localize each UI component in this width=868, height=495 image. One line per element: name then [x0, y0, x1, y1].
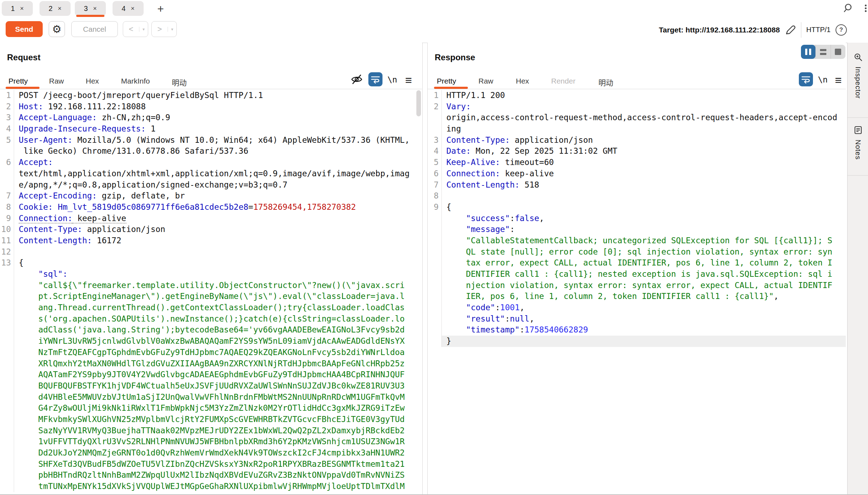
cancel-button[interactable]: Cancel: [71, 21, 118, 37]
code-row[interactable]: "success":false,: [428, 213, 846, 224]
prev-request-button[interactable]: < ▾: [123, 21, 148, 37]
code-row[interactable]: SHFXeTd3QVBudFB5dWZOeTU5VlZIbnZQcHZVSksx…: [0, 459, 422, 470]
code-row[interactable]: "code":1001,: [428, 302, 846, 313]
code-row[interactable]: ang.Thread.currentThread().getContextCla…: [0, 302, 422, 313]
code-row[interactable]: SazNyYVV1RVMyQ3BuejhaTTNaak02MVpzMEJrUDY…: [0, 425, 422, 436]
response-editor[interactable]: 1HTTP/1.1 2002Vary:origin,access-control…: [428, 90, 846, 495]
close-icon[interactable]: ×: [20, 5, 24, 12]
tab-pretty[interactable]: Pretty: [8, 77, 28, 85]
code-row[interactable]: XRlQmxhY2tMaXN0WHdlTGlzdGVuZXIIAAgBAA9nZ…: [0, 358, 422, 369]
code-row[interactable]: 5Keep-Alive: timeout=60: [428, 157, 846, 168]
code-row[interactable]: 10Content-Type: application/json: [0, 224, 422, 235]
code-row[interactable]: "message":: [428, 224, 846, 235]
word-wrap-toggle[interactable]: [799, 72, 813, 86]
code-row[interactable]: 1HTTP/1.1 200: [428, 90, 846, 101]
sidebar-item-notes[interactable]: Notes: [848, 118, 868, 175]
code-row[interactable]: 5User-Agent: Mozilla/5.0 (Windows NT 10.…: [0, 135, 422, 146]
repeater-tab-2[interactable]: 2 ×: [40, 1, 71, 16]
chevron-down-icon[interactable]: ▾: [139, 27, 148, 32]
chevron-down-icon[interactable]: ▾: [168, 27, 176, 32]
code-row[interactable]: 1vUFFVTTdyQXlrU3VvS2RLNHlPNmNVUWJ5WFBHbn…: [0, 436, 422, 447]
rows-layout-button[interactable]: [815, 45, 830, 59]
repeater-tab-3-active[interactable]: 3 ×: [75, 1, 106, 16]
code-row[interactable]: G4rZy8wOUljMi9kNk1iRWxlT1FmbWpkNjc5M3YzZ…: [0, 403, 422, 414]
editor-menu-icon[interactable]: ≡: [405, 74, 412, 86]
code-row[interactable]: 11Content-Length: 16172: [0, 235, 422, 246]
code-row[interactable]: 4Upgrade-Insecure-Requests: 1: [0, 123, 422, 135]
code-row[interactable]: tmTUNxMpENYk15dXVkSjVVQUplWEJtMGpGeGhaRX…: [0, 481, 422, 492]
gear-icon[interactable]: ⚙: [49, 21, 65, 37]
code-row[interactable]: "CallableStatementCallback; uncategorize…: [428, 235, 846, 246]
newline-chars-toggle[interactable]: \n: [387, 75, 397, 84]
code-row[interactable]: pt.ScriptEngineManager\").getEngineByNam…: [0, 291, 422, 302]
code-row[interactable]: 12: [0, 246, 422, 258]
code-row[interactable]: }: [428, 336, 846, 347]
code-row[interactable]: text/html,application/xhtml+xml,applicat…: [0, 168, 422, 179]
code-row[interactable]: 9{: [428, 202, 846, 213]
code-row[interactable]: 8: [428, 190, 846, 202]
newline-chars-toggle[interactable]: \n: [818, 75, 828, 84]
panel-splitter[interactable]: [422, 43, 423, 495]
code-row[interactable]: AQATamF2YS9pby9JT0V4Y2VwdGlvbgcADAEAEGph…: [0, 369, 422, 380]
sidebar-item-inspector[interactable]: Inspector: [848, 43, 868, 117]
code-row[interactable]: 3Content-Type: application/json: [428, 135, 846, 146]
tab-pretty[interactable]: Pretty: [437, 77, 456, 85]
code-row[interactable]: origin,access-control-request-method,acc…: [428, 112, 846, 123]
tab-mingdong[interactable]: 明动: [172, 77, 187, 87]
code-row[interactable]: "result":null,: [428, 313, 846, 325]
tab-hex[interactable]: Hex: [86, 77, 99, 85]
code-row[interactable]: ing: [428, 123, 846, 135]
code-row[interactable]: 3Accept-Language: zh-CN,zh;q=0.9: [0, 112, 422, 123]
next-request-button[interactable]: > ▾: [151, 21, 177, 37]
repeater-tab-4[interactable]: 4 ×: [113, 1, 144, 16]
add-tab-button[interactable]: +: [154, 2, 167, 16]
code-row[interactable]: 2Vary:: [428, 101, 846, 112]
word-wrap-toggle[interactable]: [368, 72, 382, 86]
single-layout-button[interactable]: [831, 45, 845, 59]
tab-mingdong[interactable]: 明动: [598, 77, 613, 87]
code-row[interactable]: "timestamp":1758540662829: [428, 324, 846, 336]
close-icon[interactable]: ×: [93, 5, 97, 12]
code-row[interactable]: Dd2UkJoY2NMQmZjeGRNT0o1d0QvRzhWemVrWmdXe…: [0, 447, 422, 459]
code-row[interactable]: njection violation, syntax error: syntax…: [428, 280, 846, 291]
request-editor[interactable]: 1POST /jeecg-boot/jmreport/queryFieldByS…: [0, 90, 422, 495]
code-row[interactable]: 13{: [0, 257, 422, 269]
code-row[interactable]: 6Connection: keep-alive: [428, 168, 846, 179]
search-icon[interactable]: [843, 3, 854, 13]
code-row[interactable]: BQUFBQUFBSTFYK1hjVDF4WCtualh5eUxJSVFjUUd…: [0, 380, 422, 392]
code-row[interactable]: e/apng,*/*;q=0.8,application/signed-exch…: [0, 179, 422, 191]
code-row[interactable]: MFkvbmkySWlXUGhVN25zMVplbmVlcjRtY2FUMXpS…: [0, 414, 422, 425]
code-row[interactable]: QL state [null]; error code [0]; sql inj…: [428, 246, 846, 258]
more-menu-icon[interactable]: [865, 4, 868, 13]
code-row[interactable]: DENTIFIER call1 : {call1}; nested except…: [428, 269, 846, 280]
edit-pencil-icon[interactable]: [785, 24, 796, 36]
code-row[interactable]: 2Host: 192.168.111.22:18088: [0, 101, 422, 112]
tab-markinfo[interactable]: MarkInfo: [121, 77, 150, 85]
code-row[interactable]: like Gecko) Chrome/131.0.6778.86 Safari/…: [0, 146, 422, 157]
request-scrollbar[interactable]: [416, 90, 421, 116]
code-row[interactable]: 4Date: Mon, 22 Sep 2025 11:31:02 GMT: [428, 146, 846, 157]
send-button[interactable]: Send: [6, 21, 43, 37]
code-row[interactable]: d4VHBleE5MWUVzbVJtUm1aSjI2UnQwalVwVFhlNn…: [0, 392, 422, 403]
editor-menu-icon[interactable]: ≡: [835, 74, 842, 86]
hide-nonprinting-eye-off-icon[interactable]: [350, 74, 363, 85]
code-row[interactable]: tax error, expect CALL, actual IDENTIFIE…: [428, 257, 846, 269]
tab-raw[interactable]: Raw: [478, 77, 493, 85]
code-row[interactable]: pbHBHTndRQzltNnhBamM2ZWpqUlUxM2lIbzNqdXB…: [0, 470, 422, 481]
code-row[interactable]: IER, pos 6, line 1, column 2, token IDEN…: [428, 291, 846, 302]
code-row[interactable]: "sql":: [0, 269, 422, 280]
columns-layout-button[interactable]: [801, 45, 815, 59]
code-row[interactable]: 8Cookie: Hm_lvt_5819d05c0869771ff6e6a81c…: [0, 202, 422, 213]
code-row[interactable]: s('org.apachen.SOAPUtils').newInstance()…: [0, 313, 422, 325]
code-row[interactable]: adClass('java.lang.String');bytecodeBase…: [0, 324, 422, 336]
code-row[interactable]: iYWNrL3UvRW5jcnlwdGlvblV0aWxzBwABAQAQamF…: [0, 336, 422, 347]
code-row[interactable]: 1POST /jeecg-boot/jmreport/queryFieldByS…: [0, 90, 422, 101]
code-row[interactable]: NzTmFtZQEAFCgpTGphdmEvbGFuZy9TdHJpbmc7AQ…: [0, 347, 422, 358]
code-row[interactable]: 7Content-Length: 518: [428, 179, 846, 191]
code-row[interactable]: 9Connection: keep-alive: [0, 213, 422, 224]
tab-hex[interactable]: Hex: [516, 77, 529, 85]
code-row[interactable]: "call${\"freemarker.template.utility.Obj…: [0, 280, 422, 291]
repeater-tab-1[interactable]: 1 ×: [2, 1, 33, 16]
help-icon[interactable]: ?: [836, 24, 847, 36]
code-row[interactable]: 6Accept:: [0, 157, 422, 168]
